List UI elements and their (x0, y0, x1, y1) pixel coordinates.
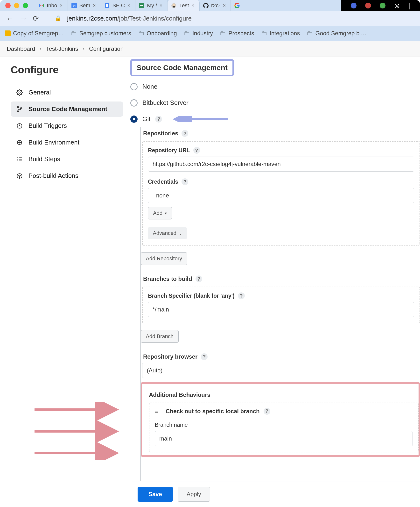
bookmark-item[interactable]: Copy of Semgrep… (5, 30, 64, 37)
repositories-label: Repositories (143, 130, 178, 137)
repo-browser-value: (Auto) (147, 367, 162, 374)
globe-icon (16, 139, 23, 146)
repo-browser-label: Repository browser (143, 353, 197, 360)
branch-name-input[interactable] (155, 431, 413, 446)
svg-point-16 (21, 107, 22, 109)
shuffle-icon[interactable]: ⤭ (394, 2, 400, 10)
bookmark-item[interactable]: 🗀Good Semgrep bl… (307, 29, 366, 37)
radio-label: Git (142, 115, 150, 123)
reload-button[interactable]: ⟳ (33, 14, 39, 23)
radio-none[interactable] (130, 83, 138, 90)
button-label: Add Repository (146, 255, 182, 262)
browser-tab[interactable]: r2c- × (200, 0, 231, 11)
sidebar-item-steps[interactable]: Build Steps (11, 152, 123, 167)
folder-icon: 🗀 (138, 29, 144, 37)
sidebar-item-postbuild[interactable]: Post-build Actions (11, 168, 123, 183)
browser-tab[interactable]: Inbo × (35, 0, 68, 11)
save-button[interactable]: Save (138, 487, 173, 502)
footer-bar: Save Apply (132, 481, 420, 507)
breadcrumb-link[interactable]: Configuration (89, 45, 124, 52)
url-display[interactable]: jenkins.r2cse.com/job/Test-Jenkins/confi… (67, 15, 192, 22)
window-zoom-button[interactable] (23, 3, 28, 8)
steps-icon (16, 156, 23, 163)
bookmark-label: Integrations (270, 30, 300, 37)
apply-button[interactable]: Apply (178, 487, 210, 502)
back-button[interactable]: ← (6, 14, 14, 23)
branches-block: Branch Specifier (blank for 'any') ? (142, 287, 420, 323)
close-icon[interactable]: × (160, 2, 163, 9)
bookmark-item[interactable]: 🗀Semgrep customers (71, 29, 131, 37)
close-icon[interactable]: × (127, 2, 130, 9)
window-traffic-lights (5, 3, 28, 8)
branch-name-label: Branch name (155, 422, 188, 428)
bookmark-item[interactable]: 🗀Onboarding (138, 29, 177, 37)
window-titlebar: Inbo × 14 Sem × SE C × My / × (0, 0, 420, 11)
sidebar-item-label: Build Triggers (28, 122, 67, 130)
docs-icon (104, 3, 110, 8)
sidebar-item-triggers[interactable]: Build Triggers (11, 118, 123, 133)
browser-tab[interactable] (231, 0, 245, 11)
sidebar-item-label: Post-build Actions (28, 172, 78, 180)
bookmark-item[interactable]: 🗀Prospects (220, 29, 254, 37)
close-icon[interactable]: × (93, 2, 96, 9)
gmail-icon (39, 3, 44, 8)
repo-url-input[interactable] (148, 157, 414, 172)
bookmark-item[interactable]: 🗀Integrations (261, 29, 300, 37)
breadcrumb-link[interactable]: Test-Jenkins (46, 45, 78, 52)
browser-tab-active[interactable]: Test × (168, 0, 199, 11)
help-icon[interactable]: ? (193, 147, 200, 154)
svg-text:14: 14 (72, 4, 76, 7)
help-icon[interactable]: ? (182, 178, 188, 185)
button-label: Save (148, 491, 162, 498)
folder-icon: 🗀 (261, 29, 267, 37)
drag-handle-icon[interactable]: ≡ (155, 407, 158, 415)
branch-icon (16, 106, 23, 113)
lock-icon[interactable]: 🔒 (55, 15, 61, 22)
close-icon[interactable]: × (60, 2, 63, 9)
help-icon[interactable]: ? (196, 275, 202, 282)
forward-button[interactable]: → (19, 14, 27, 23)
browser-tab[interactable]: My / × (135, 0, 168, 11)
help-icon[interactable]: ? (201, 353, 208, 360)
app-icon (139, 3, 145, 8)
browser-tab[interactable]: 14 Sem × (68, 0, 101, 11)
radio-git[interactable] (130, 116, 138, 123)
sidebar-item-scm[interactable]: Source Code Management (11, 101, 123, 117)
bookmark-item[interactable]: 🗀Industry (184, 29, 213, 37)
window-close-button[interactable] (5, 3, 11, 8)
browser-address-bar: ← → ⟳ 🔒 jenkins.r2cse.com/job/Test-Jenki… (0, 11, 420, 26)
help-icon[interactable]: ? (264, 408, 270, 415)
close-icon[interactable]: × (191, 2, 195, 9)
tab-label: Sem (79, 2, 90, 9)
folder-icon: 🗀 (220, 29, 226, 37)
chevron-right-icon: › (40, 45, 42, 52)
tab-label: Test (179, 2, 189, 9)
close-icon[interactable]: × (223, 2, 226, 9)
sidebar-item-environment[interactable]: Build Environment (11, 135, 123, 150)
svg-point-9 (142, 5, 143, 6)
radio-label: Bitbucket Server (142, 99, 189, 107)
sidebar-item-label: Build Steps (28, 155, 60, 163)
add-repository-button[interactable]: Add Repository (141, 252, 187, 265)
svg-point-14 (17, 106, 19, 108)
help-icon[interactable]: ? (155, 116, 162, 123)
advanced-button[interactable]: Advanced ⌄ (148, 227, 187, 239)
browser-tab[interactable]: SE C × (101, 0, 135, 11)
bookmark-label: Semgrep customers (79, 30, 131, 37)
sidebar-item-general[interactable]: General (11, 85, 123, 100)
breadcrumb-link[interactable]: Dashboard (7, 45, 35, 52)
radio-bitbucket[interactable] (130, 99, 138, 107)
add-branch-button[interactable]: Add Branch (141, 330, 179, 343)
help-icon[interactable]: ? (182, 130, 188, 137)
gear-icon (16, 89, 23, 96)
branch-specifier-label: Branch Specifier (blank for 'any') (148, 293, 235, 299)
add-credentials-button[interactable]: Add ▾ (148, 207, 172, 219)
help-icon[interactable]: ? (238, 292, 245, 299)
docs-icon (5, 30, 11, 36)
branch-specifier-input[interactable] (148, 302, 414, 317)
window-minimize-button[interactable] (14, 3, 19, 8)
sidebar-item-label: General (28, 89, 51, 96)
repo-browser-select[interactable]: (Auto) (142, 363, 420, 378)
jenkins-icon (171, 3, 177, 8)
credentials-select[interactable]: - none - (148, 188, 414, 203)
